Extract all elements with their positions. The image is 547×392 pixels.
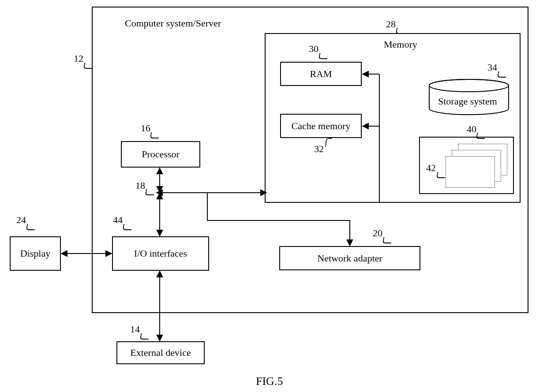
figure-caption: FIG.5 (256, 375, 283, 388)
connectors (0, 0, 547, 392)
diagram-canvas: Computer system/Server 12 Memory 28 RAM … (0, 0, 547, 392)
